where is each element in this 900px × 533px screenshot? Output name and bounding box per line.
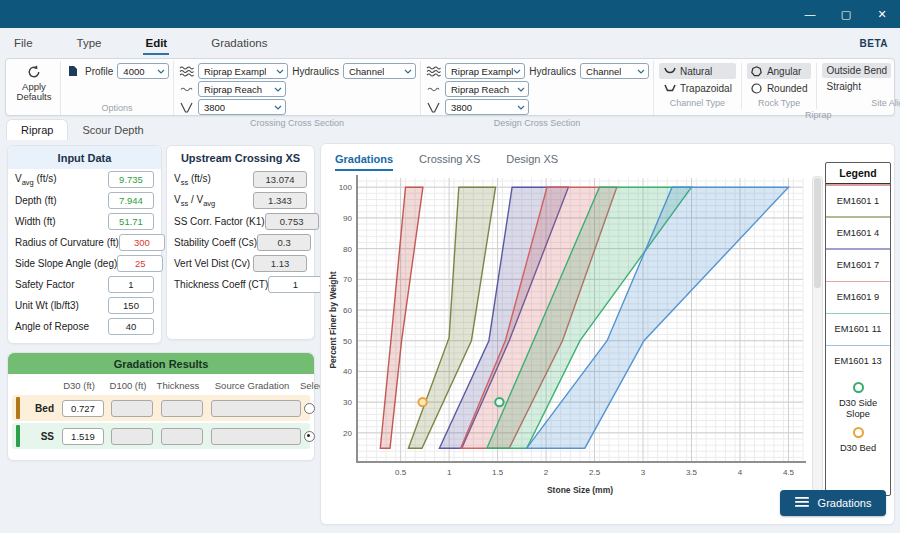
radius-row: Radius of Curvature (ft) 300 xyxy=(8,232,161,253)
input-data-panel: Input Data Vavg (ft/s) 9.735 Depth (ft) … xyxy=(7,145,162,344)
svg-text:60: 60 xyxy=(343,306,352,315)
rock-type-angular-toggle[interactable]: Angular xyxy=(747,63,812,79)
ss-source-field[interactable] xyxy=(211,428,301,445)
bed-d100-field[interactable] xyxy=(111,400,153,417)
options-group-label: Options xyxy=(65,102,169,115)
cs-field: 0.3 xyxy=(257,234,311,251)
site-alignment-outside-bend[interactable]: Outside Bend xyxy=(822,63,891,78)
crossing-hydraulics-dropdown[interactable]: Channel xyxy=(343,63,416,79)
cs-label: Stability Coeff (Cs) xyxy=(174,237,257,248)
vss-ratio-row: Vss / Vavg 1.343 xyxy=(167,190,314,211)
d30-bed-marker-icon xyxy=(853,427,864,438)
rock-type-label: Rock Type xyxy=(747,97,812,109)
legend-title: Legend xyxy=(826,163,890,184)
menu-gradations[interactable]: Gradations xyxy=(209,33,269,53)
site-alignment-subgroup: Outside Bend DS of Concrete Straight End… xyxy=(817,63,900,109)
apply-defaults-button[interactable]: Apply Defaults xyxy=(8,61,61,115)
riprap-group: Natural Trapazoidal Channel Type Angular xyxy=(654,61,900,115)
design-reach-dropdown[interactable]: Riprap Reach xyxy=(445,81,529,97)
chart-scrollbar-thumb[interactable] xyxy=(814,178,821,288)
vavg-label: Vavg (ft/s) xyxy=(15,173,57,187)
vss-label: Vss (ft/s) xyxy=(174,173,211,187)
input-data-title: Input Data xyxy=(8,146,161,169)
rock-type-rounded-toggle[interactable]: Rounded xyxy=(747,80,812,96)
radius-field[interactable]: 300 xyxy=(119,234,165,251)
d30-side-slope-marker-icon xyxy=(853,382,864,393)
safety-factor-field[interactable]: 1 xyxy=(108,276,154,293)
width-field[interactable]: 51.71 xyxy=(108,213,154,230)
natural-channel-icon xyxy=(663,67,676,75)
band-em1601-1 xyxy=(380,187,423,448)
em1601-7-line-swatch xyxy=(826,248,890,250)
ss-thickness-field[interactable] xyxy=(161,428,203,445)
ct-field[interactable]: 1 xyxy=(268,276,322,293)
d30-bed-marker xyxy=(418,398,426,406)
side-slope-angle-row: Side Slope Angle (deg) 25 xyxy=(8,253,161,274)
bed-source-field[interactable] xyxy=(211,400,301,417)
legend-entry-d30-side-slope: D30 Side Slope xyxy=(826,377,890,421)
svg-text:Percent Finer by Weight: Percent Finer by Weight xyxy=(328,271,338,368)
profile-dropdown[interactable]: 4000 xyxy=(117,63,169,79)
crossing-reach-dropdown[interactable]: Riprap Reach xyxy=(198,81,286,97)
svg-text:2.5: 2.5 xyxy=(589,468,601,477)
k1-field: 0.753 xyxy=(265,213,319,230)
design-hydraulics-dropdown[interactable]: Channel xyxy=(580,63,649,79)
unit-wt-row: Unit Wt (lb/ft3) 150 xyxy=(8,295,161,316)
chevron-down-icon xyxy=(276,69,284,74)
ss-d30-field[interactable]: 1.519 xyxy=(62,428,104,445)
menu-file[interactable]: File xyxy=(12,33,35,53)
vavg-field[interactable]: 9.735 xyxy=(108,171,154,188)
bed-d30-field[interactable]: 0.727 xyxy=(62,400,104,417)
minimize-button[interactable]: — xyxy=(792,0,828,28)
close-button[interactable]: ✕ xyxy=(864,0,900,28)
channel-type-subgroup: Natural Trapazoidal Channel Type xyxy=(654,63,742,109)
svg-text:1.5: 1.5 xyxy=(492,468,504,477)
crossing-flow-dropdown[interactable]: 3800 xyxy=(198,99,286,115)
unit-wt-field[interactable]: 150 xyxy=(108,297,154,314)
chart-tab-design-xs[interactable]: Design XS xyxy=(506,153,558,171)
svg-text:100: 100 xyxy=(339,183,353,192)
depth-field[interactable]: 7.944 xyxy=(108,192,154,209)
depth-row: Depth (ft) 7.944 xyxy=(8,190,161,211)
em1601-13-line-swatch xyxy=(826,345,890,347)
menu-edit[interactable]: Edit xyxy=(143,33,169,53)
svg-text:40: 40 xyxy=(343,367,352,376)
ss-label: SS xyxy=(26,431,58,442)
svg-text:2: 2 xyxy=(544,468,549,477)
crossing-example-dropdown[interactable]: Riprap Exampl xyxy=(198,63,288,79)
tab-riprap[interactable]: Riprap xyxy=(6,119,68,140)
design-example-dropdown[interactable]: Riprap Exampl xyxy=(445,63,525,79)
design-group-label: Design Cross Section xyxy=(425,117,649,130)
profile-document-icon xyxy=(65,65,81,77)
chart-tab-crossing-xs[interactable]: Crossing XS xyxy=(419,153,480,171)
chevron-down-icon xyxy=(637,69,645,74)
ss-accent-bar xyxy=(16,425,20,447)
gradations-button[interactable]: Gradations xyxy=(780,490,886,516)
safety-factor-label: Safety Factor xyxy=(15,279,74,290)
chart-scrollbar[interactable] xyxy=(812,176,823,508)
tab-scour-depth[interactable]: Scour Depth xyxy=(68,120,157,140)
bed-selecting-radio[interactable] xyxy=(304,403,315,414)
ss-d100-field[interactable] xyxy=(111,428,153,445)
angle-of-repose-field[interactable]: 40 xyxy=(108,318,154,335)
chevron-down-icon xyxy=(274,105,282,110)
site-alignment-straight[interactable]: Straight xyxy=(822,79,891,94)
crossing-group-label: Crossing Cross Section xyxy=(178,117,416,130)
cv-label: Vert Vel Dist (Cv) xyxy=(174,258,250,269)
width-row: Width (ft) 51.71 xyxy=(8,211,161,232)
bed-thickness-field[interactable] xyxy=(161,400,203,417)
rock-type-subgroup: Angular Rounded Rock Type xyxy=(742,63,818,109)
cv-row: Vert Vel Dist (Cv) 1.13 xyxy=(167,253,314,274)
channel-type-natural-toggle[interactable]: Natural xyxy=(659,63,736,79)
maximize-button[interactable]: ▢ xyxy=(828,0,864,28)
chart-tab-gradations[interactable]: Gradations xyxy=(335,153,393,171)
design-flow-dropdown[interactable]: 3800 xyxy=(445,99,529,115)
gradation-results-title: Gradation Results xyxy=(8,353,314,374)
side-slope-angle-field[interactable]: 25 xyxy=(117,255,163,272)
ss-selecting-radio[interactable] xyxy=(304,431,315,442)
svg-text:3.5: 3.5 xyxy=(686,468,698,477)
menu-type[interactable]: Type xyxy=(75,33,104,53)
svg-text:70: 70 xyxy=(343,275,352,284)
channel-type-trapazoidal-toggle[interactable]: Trapazoidal xyxy=(659,80,736,96)
chart-tabs: Gradations Crossing XS Design XS xyxy=(321,144,894,171)
